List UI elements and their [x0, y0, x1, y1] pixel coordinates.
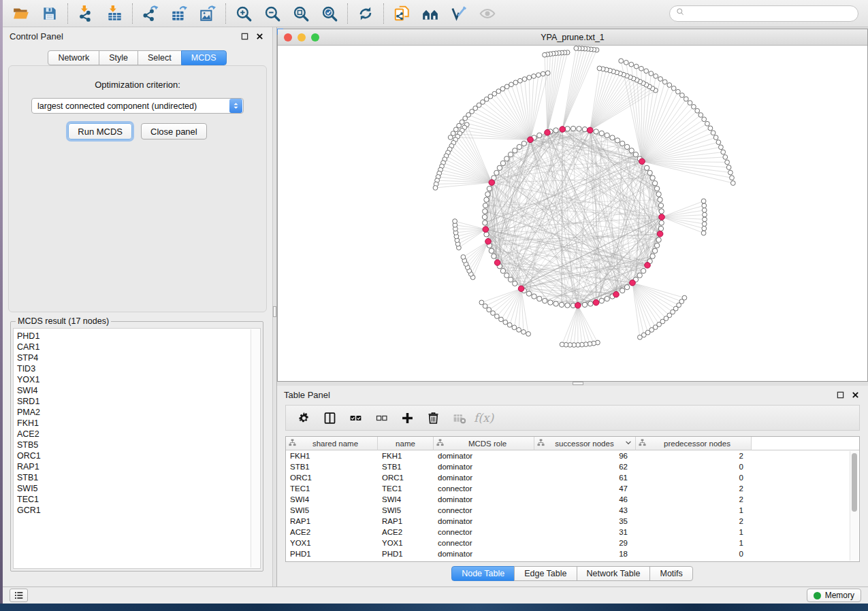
network-titlebar[interactable]: YPA_prune.txt_1 [278, 29, 867, 46]
zoom-in-icon[interactable] [229, 2, 258, 25]
mcds-result-item[interactable]: ACE2 [17, 429, 260, 440]
memory-button[interactable]: Memory [807, 589, 861, 602]
horizontal-splitter[interactable] [277, 382, 868, 386]
deselect-all-icon[interactable] [369, 408, 393, 428]
splitter-grip[interactable] [273, 306, 276, 317]
column-header-name[interactable]: name [378, 437, 434, 450]
import-network-icon[interactable] [71, 2, 100, 25]
network-canvas[interactable] [278, 46, 867, 381]
open-file-icon[interactable] [7, 2, 35, 25]
table-row[interactable]: YOX1YOX1connector291 [286, 538, 859, 548]
task-history-button[interactable] [10, 589, 28, 602]
refresh-icon[interactable] [351, 2, 380, 25]
mcds-result-item[interactable]: STB5 [17, 440, 260, 450]
network-graph-svg[interactable] [278, 46, 867, 381]
close-panel-icon[interactable] [849, 389, 861, 400]
tab-node-table[interactable]: Node Table [451, 566, 515, 581]
table-row[interactable]: RAP1RAP1dominator352 [286, 516, 859, 527]
columns-icon[interactable] [317, 408, 342, 428]
chevron-down-icon[interactable] [624, 439, 632, 448]
close-panel-button[interactable]: Close panel [141, 123, 207, 139]
mcds-result-item[interactable]: GCR1 [17, 505, 260, 516]
mcds-result-item[interactable]: ORC1 [17, 450, 260, 461]
float-panel-icon[interactable] [834, 389, 846, 400]
table-cell: 29 [534, 538, 636, 548]
mcds-result-list[interactable]: PHD1CAR1STP4TID3YOX1SWI4SRD1PMA2FKH1ACE2… [13, 328, 261, 569]
column-label: predecessor nodes [646, 440, 748, 448]
gear-icon[interactable] [291, 408, 316, 428]
tab-edge-table[interactable]: Edge Table [514, 566, 577, 581]
column-header-predecessor-nodes[interactable]: predecessor nodes [636, 437, 752, 450]
table-cell: 46 [534, 494, 636, 505]
tab-network[interactable]: Network [48, 50, 99, 65]
tab-mcds[interactable]: MCDS [181, 50, 227, 65]
column-header-successor-nodes[interactable]: successor nodes [534, 437, 636, 450]
mcds-result-item[interactable]: PHD1 [17, 331, 260, 342]
zoom-selected-icon[interactable] [315, 2, 344, 25]
column-header-MCDS-role[interactable]: MCDS role [434, 437, 534, 450]
mcds-result-item[interactable]: TEC1 [17, 494, 260, 505]
minimize-window-button[interactable] [298, 33, 306, 42]
table-disabled-icon[interactable] [447, 408, 471, 428]
table-row[interactable]: ORC1ORC1dominator610 [286, 472, 859, 483]
mcds-result-item[interactable]: YOX1 [17, 374, 260, 385]
tab-style[interactable]: Style [99, 50, 138, 65]
optimization-criterion-select[interactable]: largest connected component (undirected) [31, 98, 244, 114]
mcds-list-scrollbar[interactable] [251, 329, 259, 567]
tab-motifs[interactable]: Motifs [649, 566, 692, 581]
mcds-result-item[interactable]: FKH1 [17, 418, 260, 429]
close-panel-icon[interactable] [253, 31, 266, 42]
export-network-icon[interactable] [136, 2, 165, 25]
table-row[interactable]: STB1STB1dominator620 [286, 461, 859, 472]
table-row[interactable]: PHD1PHD1dominator180 [286, 548, 859, 559]
float-panel-icon[interactable] [238, 31, 251, 42]
maximize-window-button[interactable] [311, 33, 319, 42]
mcds-result-item[interactable]: SWI5 [17, 483, 260, 494]
vertical-splitter[interactable] [272, 27, 277, 587]
import-table-icon[interactable] [100, 2, 129, 25]
row-filler [752, 472, 859, 483]
search-input[interactable] [690, 9, 852, 18]
tab-network-table[interactable]: Network Table [577, 566, 651, 581]
zoom-fit-icon[interactable] [287, 2, 315, 25]
zoom-out-icon[interactable] [258, 2, 287, 25]
cytoscape-window: Control Panel NetworkStyleSelectMCDS Opt… [3, 0, 868, 604]
select-all-icon[interactable] [343, 408, 368, 428]
show-all-icon[interactable] [473, 2, 502, 25]
mcds-result-item[interactable]: SRD1 [17, 396, 260, 407]
mcds-result-item[interactable]: SWI4 [17, 385, 260, 396]
table-cell: 62 [534, 461, 636, 472]
copy-network-icon[interactable] [387, 2, 416, 25]
table-cell: SWI4 [286, 494, 378, 505]
trash-icon[interactable] [421, 408, 445, 428]
export-table-icon[interactable] [165, 2, 193, 25]
graph-nodes[interactable] [433, 46, 735, 348]
mcds-result-item[interactable]: PMA2 [17, 407, 260, 418]
column-header-shared-name[interactable]: shared name [286, 437, 378, 450]
add-icon[interactable] [395, 408, 419, 428]
mcds-result-item[interactable]: RAP1 [17, 461, 260, 472]
row-filler [752, 505, 859, 516]
run-mcds-button[interactable]: Run MCDS [68, 123, 132, 139]
table-row[interactable]: FKH1FKH1dominator962 [286, 450, 859, 461]
close-window-button[interactable] [284, 33, 292, 42]
tab-select[interactable]: Select [138, 50, 182, 65]
splitter-grip[interactable] [573, 382, 583, 385]
mcds-result-item[interactable]: STP4 [17, 352, 260, 363]
table-row[interactable]: SWI5SWI5connector431 [286, 505, 859, 516]
save-icon[interactable] [35, 2, 64, 25]
table-row[interactable]: ACE2ACE2connector311 [286, 527, 859, 538]
mcds-result-item[interactable]: TID3 [17, 363, 260, 374]
table-scrollbar[interactable] [850, 451, 858, 561]
table-row[interactable]: TEC1TEC1connector472 [286, 483, 859, 494]
mcds-result-item[interactable]: CAR1 [17, 342, 260, 352]
table-row[interactable]: SWI4SWI4dominator462 [286, 494, 859, 505]
scrollbar-thumb[interactable] [852, 453, 857, 512]
export-image-icon[interactable] [193, 2, 222, 25]
first-neighbors-icon[interactable] [416, 2, 445, 25]
function-builder-icon[interactable]: f(x) [472, 411, 494, 425]
hide-selected-icon[interactable] [445, 2, 473, 25]
search-box[interactable] [669, 5, 858, 22]
mcds-result-item[interactable]: STB1 [17, 472, 260, 483]
table-cell: 35 [534, 516, 636, 527]
